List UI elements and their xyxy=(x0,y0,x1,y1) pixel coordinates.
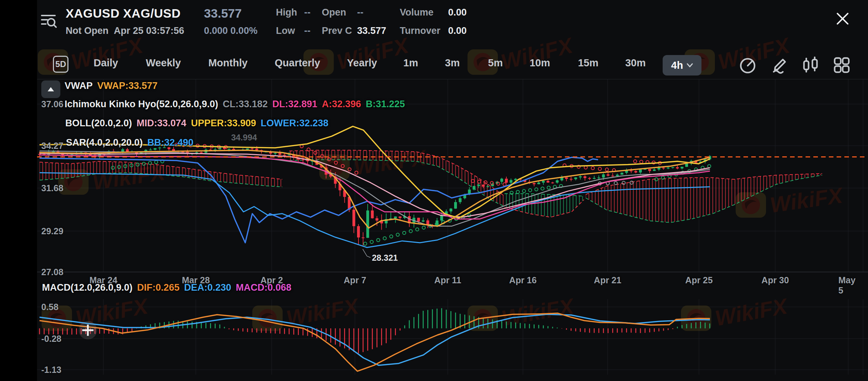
tab-5m[interactable]: 5m xyxy=(488,57,503,69)
price-axis-label: 29.29 xyxy=(41,226,64,236)
macd-axis-label: -0.28 xyxy=(41,334,61,344)
draw-icon[interactable] xyxy=(771,56,789,74)
date-axis-label: Apr 16 xyxy=(509,275,537,285)
indicator-row: BOLL(20.0,2.0)MID:33.074UPPER:33.909LOWE… xyxy=(65,118,328,129)
date-axis-label: Apr 21 xyxy=(594,275,621,285)
collapse-indicators-button[interactable] xyxy=(41,80,60,98)
stat-label: Turnover xyxy=(400,25,440,36)
indicator-row: SAR(4.0,2.0,20.0)BB:32.490 xyxy=(66,137,193,148)
tab-monthly[interactable]: Monthly xyxy=(208,57,247,69)
stat-label: Low xyxy=(276,25,295,36)
date-axis-label: Apr 25 xyxy=(685,275,713,285)
tab-10m[interactable]: 10m xyxy=(530,57,550,69)
tab-quarterly[interactable]: Quarterly xyxy=(275,57,320,69)
indicator-row: Ichimoku Kinko Hyo(52.0,26.0,9.0)CL:33.1… xyxy=(65,99,405,110)
quote-header: XAGUSD XAG/USD Not Open Apr 25 03:57:56 … xyxy=(0,0,868,53)
tab-yearly[interactable]: Yearly xyxy=(347,57,377,69)
trading-chart-screen: WikiFXWikiFXWikiFXWikiFXWikiFXWikiFXWiki… xyxy=(0,0,868,381)
svg-text:34.994: 34.994 xyxy=(231,133,257,142)
chevron-down-icon xyxy=(687,63,693,67)
timeframe-selected-4h[interactable]: 4h xyxy=(663,55,701,75)
letterbox-strip xyxy=(0,0,37,381)
scrub-handle xyxy=(79,321,97,339)
price-axis-label: 34.27 xyxy=(41,141,64,151)
price-change: 0.000 0.00% xyxy=(204,25,258,36)
macd-axis-label: 0.58 xyxy=(41,302,59,312)
stat-label: Prev C xyxy=(322,25,352,36)
stat-value: -- xyxy=(357,7,363,18)
stat-value: 0.00 xyxy=(448,25,467,36)
indicator-row: MACD(12.0,26.0,9.0)DIF:0.265DEA:0.230MAC… xyxy=(42,282,291,293)
macd-axis-label: -1.13 xyxy=(41,365,61,375)
tab-weekly[interactable]: Weekly xyxy=(146,57,181,69)
symbol-title: XAGUSD XAG/USD xyxy=(66,6,181,20)
candle-style-icon[interactable] xyxy=(801,56,820,74)
last-price: 33.577 xyxy=(204,6,242,20)
date-axis-label: May 5 xyxy=(838,275,858,296)
search-icon[interactable] xyxy=(40,13,58,30)
tab-1m[interactable]: 1m xyxy=(403,57,418,69)
stat-value: -- xyxy=(304,25,311,36)
range-5d-button[interactable]: 5D xyxy=(53,56,68,73)
tab-30m[interactable]: 30m xyxy=(625,57,646,69)
stat-value: 0.00 xyxy=(448,7,467,18)
svg-text:28.321: 28.321 xyxy=(372,253,398,262)
gauge-icon[interactable] xyxy=(739,56,757,74)
timeframe-tabbar: 5D DailyWeeklyMonthlyQuarterlyYearly1m3m… xyxy=(37,52,868,79)
market-status: Not Open Apr 25 03:57:56 xyxy=(66,25,184,36)
price-axis-label: 37.06 xyxy=(41,99,64,109)
date-axis-label: Apr 11 xyxy=(434,275,461,285)
indicator-row: VWAPVWAP:33.577 xyxy=(65,80,158,91)
tab-3m[interactable]: 3m xyxy=(445,57,460,69)
stat-label: High xyxy=(276,7,297,18)
stat-value: 33.577 xyxy=(357,25,386,36)
layout-grid-icon[interactable] xyxy=(832,56,851,74)
price-axis-label: 27.08 xyxy=(41,267,64,277)
stat-value: -- xyxy=(304,7,311,18)
stat-label: Volume xyxy=(400,7,434,18)
date-axis-label: Apr 7 xyxy=(344,275,366,285)
close-icon[interactable] xyxy=(831,8,854,30)
date-axis-label: Apr 30 xyxy=(761,275,789,285)
tab-15m[interactable]: 15m xyxy=(578,57,598,69)
stat-label: Open xyxy=(322,7,346,18)
tab-daily[interactable]: Daily xyxy=(94,57,118,69)
price-axis-label: 31.68 xyxy=(41,183,64,193)
